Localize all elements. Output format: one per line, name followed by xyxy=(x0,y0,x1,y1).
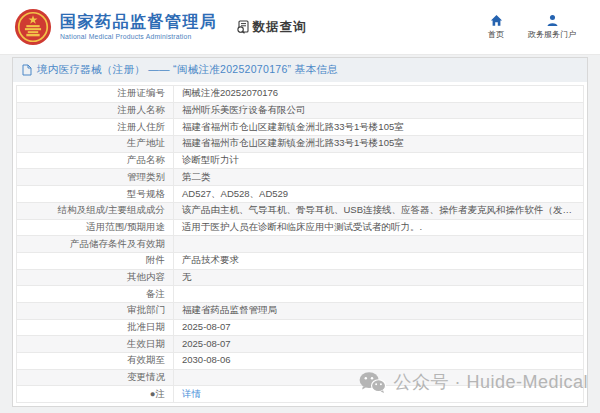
breadcrumb-text: 境内医疗器械（注册） —— “闽械注准20252070176” 基本信息 xyxy=(37,63,338,77)
agency-title-block: 国家药品监督管理局 National Medical Products Admi… xyxy=(60,13,218,40)
row-label: 生效日期 xyxy=(17,336,174,353)
table-row: 变更情况 xyxy=(17,369,584,386)
row-value: 2025-08-07 xyxy=(174,336,584,353)
table-row: 结构及组成/主要组成成分 该产品由主机、气导耳机、骨导耳机、USB连接线、应答器… xyxy=(17,202,584,219)
row-label: 审批部门 xyxy=(17,302,174,319)
table-row: 注册人住所 福建省福州市仓山区建新镇金洲北路33号1号楼105室 xyxy=(17,119,584,136)
row-value: AD527、AD528、AD529 xyxy=(174,186,584,203)
table-row: 注册证编号 闽械注准20252070176 xyxy=(17,86,584,103)
info-table-body: 注册证编号 闽械注准20252070176 注册人名称 福州听乐美医疗设备有限公… xyxy=(17,86,584,403)
detail-card: 境内医疗器械（注册） —— “闽械注准20252070176” 基本信息 注册证… xyxy=(12,57,588,407)
row-value: 详情 xyxy=(174,386,584,403)
user-icon xyxy=(546,14,559,27)
row-label: 生产地址 xyxy=(17,136,174,153)
table-row: 批准日期 2025-08-07 xyxy=(17,319,584,336)
table-row: 型号规格 AD527、AD528、AD529 xyxy=(17,186,584,203)
row-label: 注册人名称 xyxy=(17,102,174,119)
row-value: 闽械注准20252070176 xyxy=(174,86,584,103)
row-value: 2025-08-07 xyxy=(174,319,584,336)
row-value: 诊断型听力计 xyxy=(174,152,584,169)
row-value: 福州听乐美医疗设备有限公司 xyxy=(174,102,584,119)
table-row: 其他内容 无 xyxy=(17,269,584,286)
row-value: 适用于医护人员在诊断和临床应用中测试受试者的听力。. xyxy=(174,219,584,236)
data-query-tab[interactable]: 数据查询 xyxy=(236,19,307,36)
row-value: 该产品由主机、气导耳机、骨导耳机、USB连接线、应答器、操作者麦克风和操作软件（… xyxy=(174,202,584,219)
table-row: 备注 xyxy=(17,286,584,303)
row-label: 其他内容 xyxy=(17,269,174,286)
info-table: 注册证编号 闽械注准20252070176 注册人名称 福州听乐美医疗设备有限公… xyxy=(16,85,584,403)
row-label: 备注 xyxy=(17,286,174,303)
row-label: 结构及组成/主要组成成分 xyxy=(17,202,174,219)
row-value xyxy=(174,286,584,303)
row-value: 无 xyxy=(174,269,584,286)
table-row: 产品名称 诊断型听力计 xyxy=(17,152,584,169)
row-label: 产品名称 xyxy=(17,152,174,169)
row-label: 变更情况 xyxy=(17,369,174,386)
document-search-icon xyxy=(236,20,250,34)
site-header: 国家药品监督管理局 National Medical Products Admi… xyxy=(0,0,600,55)
agency-name-zh: 国家药品监督管理局 xyxy=(60,13,218,31)
row-label: 适用范围/预期用途 xyxy=(17,219,174,236)
row-label: 附件 xyxy=(17,252,174,269)
row-label: 注册证编号 xyxy=(17,86,174,103)
nav-home-label: 首页 xyxy=(488,29,504,40)
nav-item-gov-portal[interactable]: 政务服务门户 xyxy=(528,14,576,40)
row-value: 福建省福州市仓山区建新镇金洲北路33号1号楼105室 xyxy=(174,136,584,153)
table-row: 产品储存条件及有效期 xyxy=(17,236,584,253)
nav-gov-portal-label: 政务服务门户 xyxy=(528,29,576,40)
row-label: ●注 xyxy=(17,386,174,403)
row-value: 2030-08-06 xyxy=(174,353,584,370)
row-value xyxy=(174,236,584,253)
table-row: 生效日期 2025-08-07 xyxy=(17,336,584,353)
nav-item-home[interactable]: 首页 xyxy=(488,14,504,40)
row-label: 有效期至 xyxy=(17,353,174,370)
row-label: 管理类别 xyxy=(17,169,174,186)
table-row: 有效期至 2030-08-06 xyxy=(17,353,584,370)
table-row: 生产地址 福建省福州市仓山区建新镇金洲北路33号1号楼105室 xyxy=(17,136,584,153)
table-row: 审批部门 福建省药品监督管理局 xyxy=(17,302,584,319)
table-row: 注册人名称 福州听乐美医疗设备有限公司 xyxy=(17,102,584,119)
data-query-label: 数据查询 xyxy=(253,19,307,36)
content-wrap: 境内医疗器械（注册） —— “闽械注准20252070176” 基本信息 注册证… xyxy=(0,55,600,407)
row-value: 产品技术要求 xyxy=(174,252,584,269)
agency-logo-block[interactable]: 国家药品监督管理局 National Medical Products Admi… xyxy=(14,8,218,46)
row-value: 福建省药品监督管理局 xyxy=(174,302,584,319)
table-row: 管理类别 第二类 xyxy=(17,169,584,186)
row-value: 第二类 xyxy=(174,169,584,186)
home-icon xyxy=(490,14,503,27)
table-row: ●注 详情 xyxy=(17,386,584,403)
national-emblem-icon xyxy=(14,8,52,46)
row-value xyxy=(174,369,584,386)
agency-name-en: National Medical Products Administration xyxy=(60,33,218,40)
row-label: 注册人住所 xyxy=(17,119,174,136)
table-row: 附件 产品技术要求 xyxy=(17,252,584,269)
top-nav: 首页 政务服务门户 xyxy=(488,14,586,40)
row-label: 型号规格 xyxy=(17,186,174,203)
table-row: 适用范围/预期用途 适用于医护人员在诊断和临床应用中测试受试者的听力。. xyxy=(17,219,584,236)
row-label: 批准日期 xyxy=(17,319,174,336)
row-value: 福建省福州市仓山区建新镇金洲北路33号1号楼105室 xyxy=(174,119,584,136)
breadcrumb: 境内医疗器械（注册） —— “闽械注准20252070176” 基本信息 xyxy=(13,58,587,82)
document-icon xyxy=(22,64,32,76)
row-label: 产品储存条件及有效期 xyxy=(17,236,174,253)
detail-link[interactable]: 详情 xyxy=(182,388,201,399)
